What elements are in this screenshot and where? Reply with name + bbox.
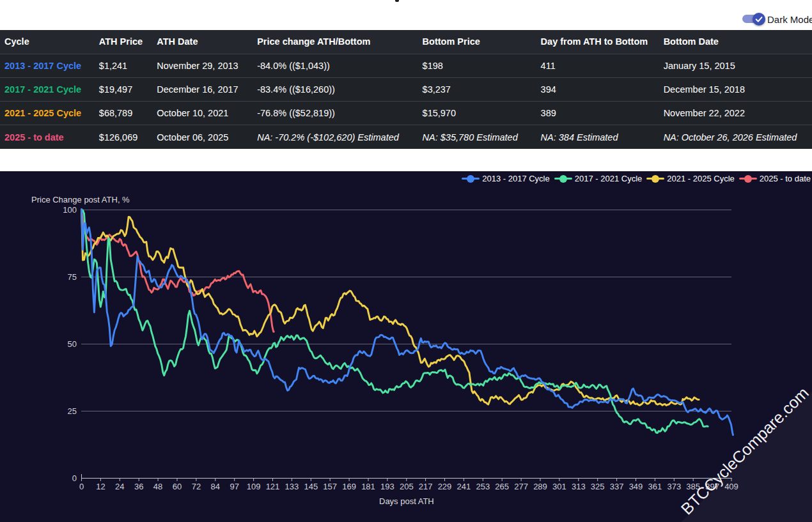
svg-text:337: 337 — [610, 481, 624, 491]
svg-text:193: 193 — [380, 481, 394, 491]
svg-text:12: 12 — [96, 481, 105, 491]
svg-text:0: 0 — [79, 481, 84, 491]
svg-text:50: 50 — [68, 339, 77, 348]
svg-text:217: 217 — [419, 481, 433, 491]
svg-text:109: 109 — [247, 481, 261, 491]
svg-text:325: 325 — [591, 481, 605, 491]
svg-text:373: 373 — [667, 481, 681, 491]
svg-text:361: 361 — [648, 481, 662, 491]
svg-text:301: 301 — [552, 481, 566, 491]
svg-text:0: 0 — [72, 473, 77, 482]
svg-text:253: 253 — [476, 481, 490, 491]
svg-text:84: 84 — [211, 481, 220, 491]
svg-text:205: 205 — [400, 481, 414, 491]
svg-text:289: 289 — [533, 481, 547, 491]
svg-text:145: 145 — [304, 481, 318, 491]
svg-text:409: 409 — [724, 481, 738, 491]
svg-text:121: 121 — [266, 481, 280, 491]
svg-text:36: 36 — [134, 481, 143, 491]
svg-text:241: 241 — [457, 481, 471, 491]
svg-text:265: 265 — [495, 481, 509, 491]
svg-text:229: 229 — [438, 481, 452, 491]
svg-text:349: 349 — [629, 481, 643, 491]
svg-text:75: 75 — [68, 272, 77, 281]
svg-text:24: 24 — [115, 481, 124, 491]
svg-text:157: 157 — [323, 481, 337, 491]
svg-text:277: 277 — [514, 481, 528, 491]
svg-text:133: 133 — [285, 481, 299, 491]
svg-text:48: 48 — [153, 481, 162, 491]
svg-text:169: 169 — [342, 481, 356, 491]
svg-text:72: 72 — [192, 481, 201, 491]
svg-text:97: 97 — [230, 481, 238, 491]
svg-text:100: 100 — [63, 204, 77, 214]
svg-text:313: 313 — [572, 481, 586, 491]
svg-text:25: 25 — [68, 406, 77, 415]
svg-text:60: 60 — [173, 481, 182, 491]
svg-text:181: 181 — [361, 481, 375, 491]
